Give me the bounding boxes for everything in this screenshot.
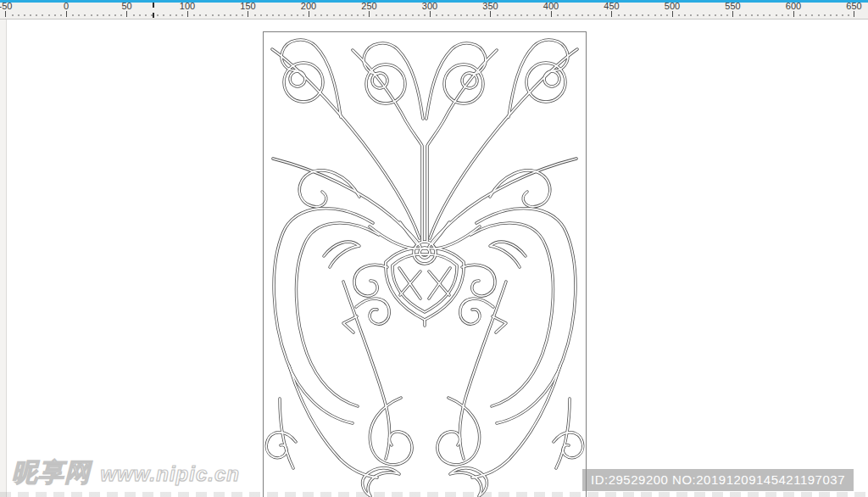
- ruler-minor-tick: [230, 14, 231, 16]
- ruler-minor-tick: [30, 14, 31, 16]
- ruler-major-tick: [854, 11, 854, 17]
- ruler-minor-tick: [418, 14, 420, 16]
- ruler-major-tick: [369, 11, 370, 17]
- ruler-minor-tick: [357, 14, 359, 16]
- ruler-minor-tick: [48, 14, 50, 16]
- ruler-minor-tick: [593, 14, 595, 16]
- ruler-minor-tick: [782, 14, 783, 16]
- ruler-minor-tick: [36, 14, 37, 16]
- ruler-minor-tick: [624, 14, 626, 16]
- ruler-minor-tick: [636, 14, 637, 16]
- ruler-minor-tick: [24, 14, 25, 16]
- ruler-minor-tick: [448, 14, 449, 16]
- ruler-minor-tick: [320, 14, 322, 16]
- ruler-major-tick: [5, 11, 6, 17]
- ruler-minor-tick: [660, 14, 662, 16]
- ruler-minor-tick: [175, 14, 177, 16]
- ruler-major-tick: [309, 11, 309, 17]
- ruler-cursor-marker: [153, 3, 154, 18]
- ruler-minor-tick: [412, 14, 414, 16]
- ruler-minor-tick: [266, 14, 268, 16]
- ruler-minor-tick: [393, 14, 395, 16]
- ruler-minor-tick: [715, 14, 716, 16]
- ruler-label: 50: [121, 2, 131, 11]
- ruler-minor-tick: [91, 14, 92, 16]
- ruler-minor-tick: [520, 14, 522, 16]
- ruler-minor-tick: [848, 14, 849, 16]
- ornament-drawing: [0, 0, 868, 497]
- ruler-minor-tick: [703, 14, 704, 16]
- ruler-minor-tick: [769, 14, 771, 16]
- ruler-minor-tick: [757, 14, 759, 16]
- ruler-minor-tick: [181, 14, 183, 16]
- ruler-minor-tick: [12, 14, 14, 16]
- ruler-minor-tick: [587, 14, 589, 16]
- ruler-minor-tick: [242, 14, 243, 16]
- ruler-minor-tick: [811, 14, 813, 16]
- ruler-minor-tick: [254, 14, 256, 16]
- ruler-minor-tick: [363, 14, 364, 16]
- ruler-minor-tick: [60, 14, 62, 16]
- ruler-label: 450: [604, 2, 619, 11]
- ruler-minor-tick: [454, 14, 456, 16]
- ruler-minor-tick: [163, 14, 164, 16]
- ruler-minor-tick: [260, 14, 262, 16]
- ruler-minor-tick: [442, 14, 443, 16]
- ruler-minor-tick: [108, 14, 110, 16]
- ruler-minor-tick: [103, 14, 104, 16]
- ruler-minor-tick: [399, 14, 401, 16]
- watermark-site-url: www.nipic.cn: [100, 462, 239, 485]
- ruler-minor-tick: [509, 14, 510, 16]
- ruler-minor-tick: [212, 14, 214, 16]
- ruler-minor-tick: [303, 14, 304, 16]
- ruler-minor-tick: [842, 14, 843, 16]
- ruler-minor-tick: [145, 14, 147, 16]
- ruler-minor-tick: [339, 14, 341, 16]
- ruler-minor-tick: [460, 14, 462, 16]
- ruler-label: 0: [64, 2, 69, 11]
- ruler-minor-tick: [424, 14, 426, 16]
- ruler-major-tick: [490, 11, 491, 17]
- ruler-label: 300: [422, 2, 437, 11]
- ruler-minor-tick: [526, 14, 528, 16]
- ruler-major-tick: [248, 11, 248, 17]
- ruler-minor-tick: [787, 14, 789, 16]
- window-top-accent: [0, 0, 868, 3]
- ruler-minor-tick: [515, 14, 516, 16]
- ruler-label: 500: [665, 2, 680, 11]
- ruler-minor-tick: [751, 14, 753, 16]
- ruler-minor-tick: [278, 14, 280, 16]
- ruler-minor-tick: [218, 14, 220, 16]
- ruler-minor-tick: [581, 14, 583, 16]
- ruler-minor-tick: [684, 14, 686, 16]
- ruler-minor-tick: [205, 14, 207, 16]
- ruler-minor-tick: [133, 14, 135, 16]
- ruler-minor-tick: [503, 14, 504, 16]
- ruler-minor-tick: [484, 14, 486, 16]
- ruler-minor-tick: [18, 14, 19, 16]
- ruler-minor-tick: [326, 14, 328, 16]
- ruler-minor-tick: [618, 14, 620, 16]
- ruler-major-tick: [430, 11, 431, 17]
- ruler-minor-tick: [157, 14, 159, 16]
- ruler-minor-tick: [721, 14, 722, 16]
- ruler-minor-tick: [72, 14, 74, 16]
- app-window: { "window": { "top_accent_color": "#29ab…: [0, 0, 868, 497]
- ruler-label: 350: [482, 2, 498, 11]
- ruler-minor-tick: [678, 14, 680, 16]
- ruler-minor-tick: [642, 14, 643, 16]
- ruler-major-tick: [732, 11, 733, 17]
- ruler-label: 650: [846, 2, 861, 11]
- ruler-major-tick: [551, 11, 552, 17]
- ruler-major-tick: [793, 11, 794, 17]
- ruler-minor-tick: [466, 14, 468, 16]
- ruler-minor-tick: [690, 14, 692, 16]
- ruler-minor-tick: [291, 14, 292, 16]
- ruler-major-tick: [66, 11, 67, 17]
- ruler-minor-tick: [54, 14, 56, 16]
- ruler-minor-tick: [599, 14, 601, 16]
- ruler-major-tick: [611, 11, 612, 17]
- ruler-minor-tick: [193, 14, 195, 16]
- ruler-minor-tick: [557, 14, 559, 16]
- ruler-minor-tick: [539, 14, 541, 16]
